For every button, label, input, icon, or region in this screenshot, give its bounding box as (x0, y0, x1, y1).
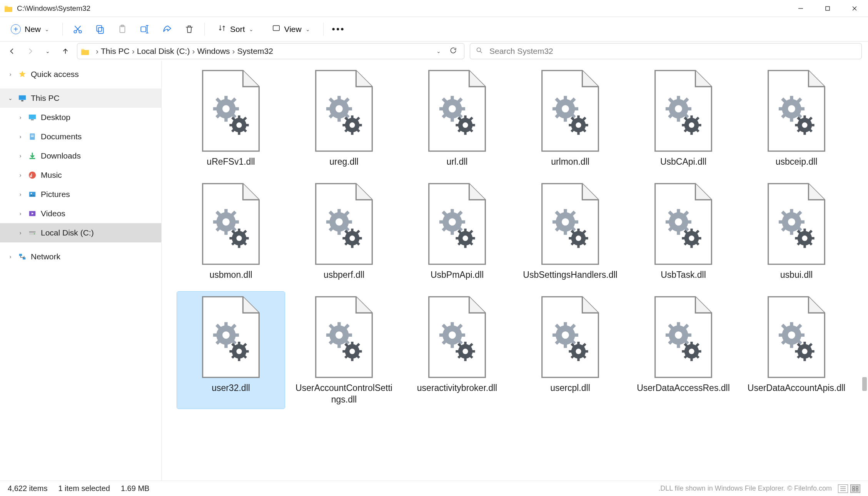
file-item[interactable]: UsbSettingsHandlers.dll (516, 179, 624, 284)
cut-button[interactable] (72, 23, 83, 35)
file-item[interactable]: UsbPmApi.dll (403, 179, 511, 284)
view-icon (272, 24, 280, 34)
sidebar-item-local-disk-c-[interactable]: ›Local Disk (C:) (0, 223, 161, 242)
svg-rect-1 (826, 7, 830, 10)
dll-file-icon (425, 182, 489, 266)
svg-point-33 (34, 233, 35, 234)
file-name-label: useractivitybroker.dll (417, 382, 497, 394)
crumb-local-disk[interactable]: Local Disk (C:) (137, 47, 190, 56)
file-item[interactable]: uReFSv1.dll (177, 65, 285, 171)
svg-rect-42 (856, 489, 858, 491)
share-button[interactable] (161, 23, 173, 35)
separator (323, 23, 324, 36)
svg-point-17 (477, 48, 481, 52)
sidebar-item-label: This PC (31, 94, 60, 103)
paste-button[interactable] (117, 23, 128, 35)
search-box[interactable] (470, 43, 862, 59)
sidebar-item-this-pc[interactable]: ⌄This PC (0, 89, 161, 108)
minimize-button[interactable] (787, 0, 814, 17)
sidebar-item-label: Quick access (31, 70, 79, 79)
file-item[interactable]: usbui.dll (743, 179, 850, 284)
crumb-this-pc[interactable]: This PC (101, 47, 130, 56)
large-icons-view-button[interactable] (850, 484, 860, 493)
address-dropdown-button[interactable]: ⌄ (436, 48, 441, 54)
sidebar-item-music[interactable]: ›Music (0, 165, 161, 185)
sort-button[interactable]: Sort ⌄ (214, 22, 257, 37)
view-button[interactable]: View ⌄ (268, 22, 314, 37)
new-button[interactable]: + New ⌄ (7, 22, 53, 37)
file-item[interactable]: urlmon.dll (516, 65, 624, 171)
sidebar-item-quick-access[interactable]: ›Quick access (0, 65, 161, 84)
file-item[interactable]: UserDataAccountApis.dll (743, 292, 850, 409)
file-name-label: uReFSv1.dll (207, 156, 255, 168)
download-icon (28, 151, 37, 160)
svg-rect-34 (19, 254, 22, 256)
crumb-system32[interactable]: System32 (237, 47, 273, 56)
desktop-icon (28, 113, 37, 122)
file-item[interactable]: usbperf.dll (290, 179, 398, 284)
svg-rect-9 (97, 25, 102, 31)
sidebar-item-documents[interactable]: ›Documents (0, 127, 161, 146)
close-button[interactable] (841, 0, 868, 17)
file-item[interactable]: usbmon.dll (177, 179, 285, 284)
scrollbar-thumb[interactable] (862, 377, 867, 391)
star-icon (18, 70, 27, 79)
sidebar-item-network[interactable]: ›Network (0, 247, 161, 266)
file-name-label: UsbPmApi.dll (431, 269, 484, 281)
separator (62, 23, 63, 36)
forward-button[interactable] (24, 45, 36, 57)
sidebar-item-downloads[interactable]: ›Downloads (0, 146, 161, 165)
recent-locations-button[interactable]: ⌄ (42, 45, 54, 57)
file-item[interactable]: ureg.dll (290, 65, 398, 171)
sidebar-item-videos[interactable]: ›Videos (0, 204, 161, 223)
maximize-button[interactable] (814, 0, 841, 17)
separator (204, 23, 205, 36)
file-item[interactable]: usercpl.dll (516, 292, 624, 409)
back-button[interactable] (6, 45, 18, 57)
svg-rect-20 (21, 100, 23, 102)
file-item[interactable]: useractivitybroker.dll (403, 292, 511, 409)
expander-icon[interactable]: ⌄ (7, 95, 14, 101)
rename-button[interactable] (139, 23, 150, 35)
file-item[interactable]: UsbCApi.dll (629, 65, 737, 171)
file-item[interactable]: url.dll (403, 65, 511, 171)
dll-file-icon (764, 295, 829, 379)
video-icon (28, 209, 37, 218)
copy-button[interactable] (94, 23, 106, 35)
expander-icon[interactable]: › (17, 172, 24, 178)
expander-icon[interactable]: › (17, 114, 24, 120)
refresh-button[interactable] (449, 47, 457, 56)
expander-icon[interactable]: › (7, 71, 14, 77)
delete-button[interactable] (184, 23, 195, 35)
expander-icon[interactable]: › (17, 191, 24, 197)
expander-icon[interactable]: › (17, 210, 24, 217)
sidebar-item-pictures[interactable]: ›Pictures (0, 185, 161, 204)
network-icon (18, 252, 27, 261)
file-item[interactable]: UsbTask.dll (629, 179, 737, 284)
doc-icon (28, 132, 37, 141)
sidebar-item-desktop[interactable]: ›Desktop (0, 108, 161, 127)
file-list-pane[interactable]: uReFSv1.dllureg.dllurl.dllurlmon.dllUsbC… (162, 61, 868, 481)
address-bar-row: ⌄ › This PC › Local Disk (C:) › Windows … (0, 42, 868, 61)
sidebar-item-label: Local Disk (C:) (41, 228, 94, 237)
svg-point-27 (29, 172, 36, 179)
chevron-right-icon: › (232, 47, 235, 56)
address-bar[interactable]: › This PC › Local Disk (C:) › Windows › … (77, 43, 464, 59)
search-input[interactable] (489, 46, 856, 56)
expander-icon[interactable]: › (17, 230, 24, 236)
expander-icon[interactable]: › (7, 254, 14, 260)
file-item[interactable]: usbceip.dll (743, 65, 850, 171)
file-name-label: usbui.dll (780, 269, 813, 281)
up-button[interactable] (59, 45, 72, 57)
svg-rect-16 (273, 26, 279, 31)
file-item[interactable]: UserDataAccessRes.dll (629, 292, 737, 409)
file-item[interactable]: user32.dll (177, 292, 285, 409)
file-name-label: UsbCApi.dll (660, 156, 706, 168)
file-item[interactable]: UserAccountControlSettings.dll (290, 292, 398, 409)
expander-icon[interactable]: › (17, 153, 24, 159)
expander-icon[interactable]: › (17, 134, 24, 140)
details-view-button[interactable] (838, 484, 848, 493)
more-button[interactable]: ••• (333, 23, 344, 35)
sidebar-item-label: Network (31, 252, 60, 261)
crumb-windows[interactable]: Windows (197, 47, 230, 56)
